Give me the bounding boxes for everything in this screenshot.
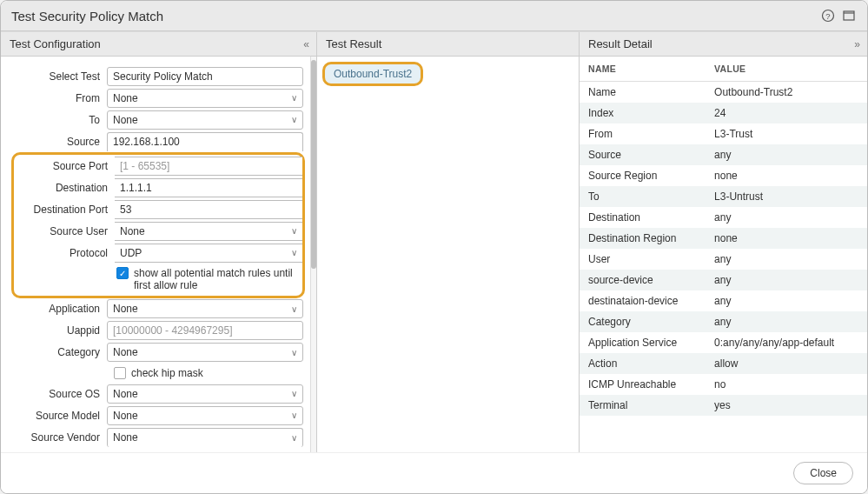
dialog-window: Test Security Policy Match ? Test Config… [0,0,868,494]
detail-row: ToL3-Untrust [580,186,867,207]
scroll-thumb[interactable] [311,60,316,269]
check-hip-checkbox[interactable] [114,367,126,379]
detail-name: Destination [580,207,706,228]
detail-value: yes [706,395,867,416]
row-source-os: Source OS None [6,383,310,404]
detail-table: NAME VALUE NameOutbound-Trust2Index24Fro… [580,57,867,416]
detail-value: Outbound-Trust2 [706,82,867,103]
detail-value: L3-Untrust [706,186,867,207]
dialog-title: Test Security Policy Match [11,9,163,23]
detail-row: Source Regionnone [580,165,867,186]
svg-text:?: ? [825,11,830,21]
source-port-input[interactable] [115,157,302,176]
footer: Close [1,452,867,493]
uappid-input[interactable] [107,321,303,340]
label-source-user: Source User [14,225,115,237]
detail-row: NameOutbound-Trust2 [580,82,867,103]
result-panel: Test Result Outbound-Trust2 [317,32,580,452]
detail-name: Application Service [580,332,706,353]
row-category: Category None [6,342,310,364]
label-to: To [6,114,107,126]
label-source-vendor: Source Vendor [6,431,107,444]
label-from: From [6,92,107,104]
maximize-icon[interactable] [841,8,857,23]
row-source-port: Source Port [14,155,302,177]
row-destination-port: Destination Port [14,198,302,220]
row-select-test: Select Test [6,65,310,87]
row-protocol: Protocol UDP [14,242,302,264]
config-body: Select Test From None To None Source [1,57,316,452]
detail-value: 0:any/any/any/app-default [706,332,867,353]
detail-name: Destination Region [580,228,706,249]
detail-value: any [706,249,867,270]
collapse-left-icon[interactable]: « [303,38,308,50]
label-destination-port: Destination Port [14,204,115,216]
close-button[interactable]: Close [793,462,853,484]
col-name: NAME [580,57,706,82]
col-value: VALUE [706,57,867,82]
match-rule-item[interactable]: Outbound-Trust2 [322,62,423,86]
show-all-checkbox[interactable]: ✓ [116,267,129,279]
detail-value: any [706,144,867,165]
detail-row: Destination Regionnone [580,228,867,249]
source-input[interactable] [107,132,303,151]
detail-row: Destinationany [580,207,867,228]
source-model-select[interactable]: None [107,406,303,425]
application-select[interactable]: None [107,299,303,318]
detail-name: Action [580,353,706,374]
detail-row: Sourceany [580,144,867,165]
source-os-select[interactable]: None [107,384,303,404]
detail-value: none [706,165,867,186]
detail-value: any [706,207,867,228]
destination-input[interactable] [115,178,302,197]
category-select[interactable]: None [107,343,303,362]
row-application: Application None [6,298,310,320]
to-select[interactable]: None [107,110,303,130]
detail-panel: Result Detail » NAME VALUE NameOutbound-… [580,32,867,452]
select-test-input[interactable] [107,67,303,86]
detail-body: NAME VALUE NameOutbound-Trust2Index24Fro… [580,57,867,452]
detail-value: allow [706,353,867,374]
source-user-select[interactable]: None [115,222,302,241]
protocol-select[interactable]: UDP [115,244,302,263]
detail-row: destinataion-deviceany [580,290,867,311]
detail-value: 24 [706,103,867,124]
label-application: Application [6,303,107,315]
highlighted-fields: Source Port Destination Destination Port [11,152,305,298]
detail-row: Index24 [580,103,867,124]
source-vendor-select[interactable]: None [107,428,303,447]
config-title: Test Configuration [10,37,101,50]
row-to: To None [6,109,310,130]
detail-row: Actionallow [580,353,867,374]
label-category: Category [6,346,107,358]
row-show-all: ✓ show all potential match rules until f… [14,264,302,296]
detail-header: Result Detail » [580,32,867,57]
row-destination: Destination [14,177,302,198]
detail-value: any [706,311,867,332]
detail-row: Terminalyes [580,395,867,416]
collapse-right-icon[interactable]: » [854,38,858,50]
row-from: From None [6,87,310,109]
detail-name: source-device [580,270,706,290]
detail-value: any [706,290,867,311]
detail-name: User [580,249,706,270]
config-scrollbar[interactable] [310,57,316,452]
detail-value: no [706,374,867,395]
main-area: Test Configuration « Select Test From No… [1,31,867,452]
titlebar-actions: ? [820,8,857,23]
detail-row: source-deviceany [580,270,867,290]
detail-row: Categoryany [580,311,867,332]
help-icon[interactable]: ? [820,8,836,23]
destination-port-input[interactable] [115,200,302,219]
config-panel: Test Configuration « Select Test From No… [1,32,317,452]
config-header: Test Configuration « [1,32,316,57]
detail-title: Result Detail [588,37,653,50]
row-source-vendor: Source Vendor None [6,426,310,448]
label-protocol: Protocol [14,247,115,259]
from-select[interactable]: None [107,89,303,108]
detail-name: Name [580,82,706,103]
show-all-label: show all potential match rules until fir… [134,267,299,292]
label-source-port: Source Port [14,160,115,172]
detail-name: Source [580,144,706,165]
detail-row: Application Service0:any/any/any/app-def… [580,332,867,353]
